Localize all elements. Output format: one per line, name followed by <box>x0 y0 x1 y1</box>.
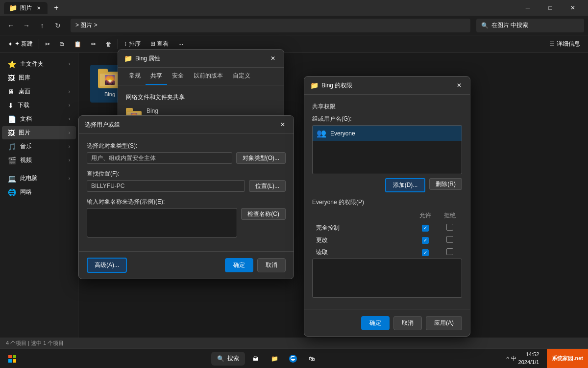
allow-checkbox[interactable]: ✓ <box>422 249 429 256</box>
bing-perms-apply-button[interactable]: 应用(A) <box>426 316 462 330</box>
home-icon: ⭐ <box>8 60 16 68</box>
svg-rect-2 <box>8 359 12 363</box>
tray-arrow[interactable]: ^ <box>506 356 509 362</box>
tab-sharing[interactable]: 共享 <box>146 68 167 85</box>
bing-perms-cancel-button[interactable]: 取消 <box>393 316 422 330</box>
close-button[interactable]: ✕ <box>562 0 584 16</box>
sidebar-item-network[interactable]: 🌐 网络 <box>2 185 76 199</box>
bing-perms-ok-button[interactable]: 确定 <box>361 316 390 330</box>
up-button[interactable]: ↑ <box>35 19 49 32</box>
sidebar-item-this-pc[interactable]: 💻 此电脑 › <box>2 172 76 185</box>
copy-button[interactable]: ⧉ <box>56 37 68 51</box>
refresh-button[interactable]: ↻ <box>51 19 65 32</box>
deny-checkbox[interactable] <box>446 224 453 231</box>
cut-button[interactable]: ✂ <box>41 37 54 51</box>
allow-checkbox[interactable]: ✓ <box>422 237 429 244</box>
tab-customize[interactable]: 自定义 <box>228 68 255 85</box>
sharing-section-title: 网络文件和文件夹共享 <box>126 93 276 102</box>
select-user-cancel-button[interactable]: 取消 <box>257 258 286 272</box>
taskbar-store[interactable]: 🛍 <box>304 351 319 367</box>
bing-props-tabs: 常规 共享 安全 以前的版本 自定义 <box>118 68 284 85</box>
props-folder-icon: 📁 <box>124 54 132 62</box>
sort-label: ↕ 排序 <box>124 40 140 48</box>
share-perms-label: 共享权限 <box>312 103 462 111</box>
minimize-button[interactable]: ─ <box>516 0 539 16</box>
tab-security[interactable]: 安全 <box>167 68 189 85</box>
gallery-icon: 🖼 <box>8 74 15 82</box>
taskbar-search-text: 搜索 <box>227 354 239 363</box>
tab-previous-versions[interactable]: 以前的版本 <box>189 68 228 85</box>
obj-type-button[interactable]: 对象类型(O)... <box>236 152 286 164</box>
explorer-tab[interactable]: 📁 图片 ✕ <box>4 2 48 14</box>
bing-props-title: Bing 属性 <box>135 54 265 63</box>
expand-icon: › <box>69 61 70 67</box>
delete-button[interactable]: 🗑 <box>102 37 116 51</box>
copy-icon: ⧉ <box>60 41 64 48</box>
name-input[interactable] <box>87 208 237 237</box>
videos-icon: 🎬 <box>8 157 16 164</box>
perms-folder-icon: 📁 <box>310 81 318 89</box>
sidebar-item-videos[interactable]: 🎬 视频 › <box>2 154 76 167</box>
select-user-close-button[interactable]: ✕ <box>278 120 288 130</box>
taskbar-explorer[interactable]: 📁 <box>267 351 282 367</box>
start-button[interactable] <box>0 355 24 363</box>
allow-checkbox[interactable]: ✓ <box>422 225 429 232</box>
search-placeholder: 在图片 中搜索 <box>491 21 528 29</box>
sidebar-item-label: 图片 <box>19 129 30 137</box>
tab-general[interactable]: 常规 <box>124 68 146 85</box>
deny-checkbox[interactable] <box>446 236 453 243</box>
select-user-body: 选择此对象类型(S): 用户、组或内置安全主体 对象类型(O)... 查找位置(… <box>79 134 294 251</box>
remove-button[interactable]: 删除(R) <box>429 178 462 190</box>
sidebar-item-documents[interactable]: 📄 文档 › <box>2 112 76 126</box>
sidebar-item-music[interactable]: 🎵 音乐 › <box>2 140 76 153</box>
add-button[interactable]: 添加(D)... <box>385 178 426 192</box>
select-user-ok-button[interactable]: 确定 <box>225 258 253 272</box>
sidebar-item-label: 主文件夹 <box>20 60 44 68</box>
computer-icon: 💻 <box>8 175 16 183</box>
desktop-icon: 🖥 <box>8 88 15 96</box>
bing-props-close-button[interactable]: ✕ <box>268 53 278 63</box>
detail-info-button[interactable]: ☰ 详细信息 <box>545 37 584 51</box>
sidebar-item-desktop[interactable]: 🖥 桌面 › <box>2 85 76 98</box>
address-bar[interactable]: > 图片 > <box>71 19 470 32</box>
taskbar-search[interactable]: 🔍 搜索 <box>211 352 245 366</box>
taskbar-widgets[interactable]: 🏔 <box>248 351 264 367</box>
bing-perms-close-button[interactable]: ✕ <box>454 80 464 90</box>
sidebar-item-pictures[interactable]: 🖼 图片 › <box>2 126 76 139</box>
taskbar-time: 14:52 2024/1/1 <box>518 351 543 366</box>
window-controls: ─ □ ✕ <box>516 0 584 16</box>
obj-type-value: 用户、组或内置安全主体 <box>87 152 232 164</box>
svg-rect-1 <box>13 355 16 358</box>
taskbar-edge[interactable] <box>285 351 301 367</box>
sidebar-item-home[interactable]: ⭐ 主文件夹 › <box>2 57 76 71</box>
sidebar-item-label: 网络 <box>20 188 32 196</box>
search-bar[interactable]: 🔍 在图片 中搜索 <box>476 19 584 32</box>
titlebar: 📁 图片 ✕ + ─ □ ✕ <box>0 0 588 16</box>
sidebar-item-downloads[interactable]: ⬇ 下载 › <box>2 99 76 112</box>
deny-checkbox-cell <box>438 246 462 259</box>
name-row: 输入对象名称来选择(示例)(E): 检查名称(C) <box>87 198 286 237</box>
rename-button[interactable]: ✏ <box>87 37 100 51</box>
user-list-item[interactable]: 👥 Everyone <box>313 126 462 141</box>
users-icon: 👥 <box>317 129 326 138</box>
obj-type-row: 选择此对象类型(S): 用户、组或内置安全主体 对象类型(O)... <box>87 142 286 164</box>
status-text: 4 个项目 | 选中 1 个项目 <box>6 340 64 347</box>
search-icon: 🔍 <box>481 22 489 29</box>
deny-checkbox[interactable] <box>446 248 453 255</box>
back-button[interactable]: ← <box>4 19 18 32</box>
sidebar-item-label: 文档 <box>20 115 32 123</box>
forward-button[interactable]: → <box>20 19 33 32</box>
deny-checkbox-cell <box>438 234 462 246</box>
new-button[interactable]: ✦ ✦ 新建 <box>4 37 37 51</box>
check-name-button[interactable]: 检查名称(C) <box>241 208 286 220</box>
toolbar: ← → ↑ ↻ > 图片 > 🔍 在图片 中搜索 <box>0 16 588 35</box>
detail-icon: ☰ <box>549 41 555 48</box>
tab-close-btn[interactable]: ✕ <box>35 4 43 12</box>
maximize-button[interactable]: □ <box>539 0 562 16</box>
sidebar-item-gallery[interactable]: 🖼 图库 <box>2 71 76 84</box>
location-button[interactable]: 位置(L)... <box>249 180 286 192</box>
new-tab-button[interactable]: + <box>49 1 63 15</box>
advanced-button[interactable]: 高级(A)... <box>87 258 127 273</box>
paste-button[interactable]: 📋 <box>70 37 85 51</box>
rename-icon: ✏ <box>91 41 96 48</box>
